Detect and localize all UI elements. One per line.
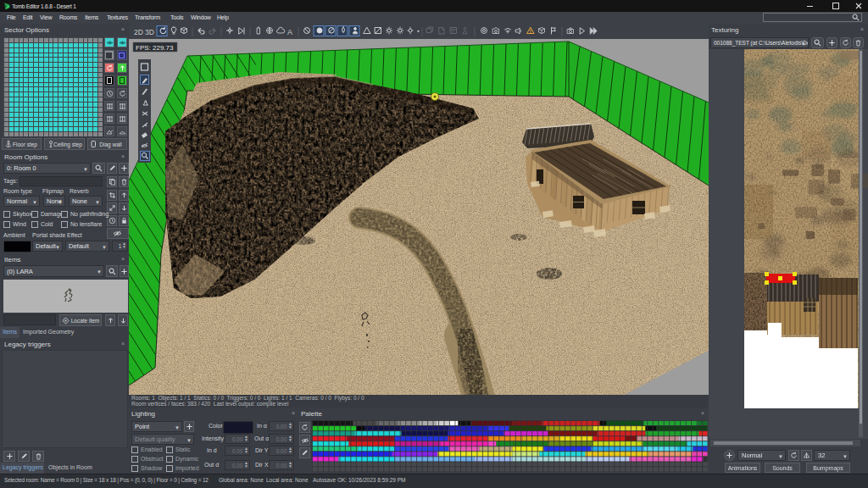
- svg-text:2D: 2D: [134, 28, 143, 36]
- svg-text:FPS: 229.73: FPS: 229.73: [136, 44, 174, 52]
- svg-text:3D: 3D: [145, 28, 154, 36]
- svg-text:A: A: [287, 28, 292, 36]
